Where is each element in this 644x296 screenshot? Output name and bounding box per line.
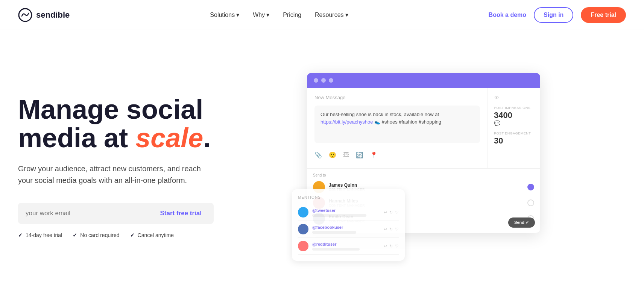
- nav-resources[interactable]: Resources ▾: [315, 11, 348, 18]
- compose-title: New Message: [314, 95, 480, 100]
- send-to-label: Send to: [313, 173, 534, 177]
- retweet-icon[interactable]: ↻: [389, 210, 393, 215]
- nav-pricing[interactable]: Pricing: [283, 12, 301, 18]
- window-dot-3: [329, 78, 333, 83]
- window-dot-2: [321, 78, 326, 83]
- hero-title: Manage social media at scale.: [18, 95, 214, 152]
- retweet-icon[interactable]: ↻: [389, 227, 393, 232]
- mention-actions-3: ↩ ↻ ♡: [384, 244, 399, 249]
- hero-section: Manage social media at scale. Grow your …: [0, 30, 644, 296]
- mention-avatar-3: [298, 241, 308, 251]
- nav-why[interactable]: Why ▾: [253, 11, 269, 18]
- emoji-icon[interactable]: 🙂: [329, 151, 336, 159]
- compose-main: New Message Our best-selling shoe is bac…: [307, 88, 488, 168]
- nav-actions: Book a demo Sign in Free trial: [489, 7, 626, 23]
- reply-icon[interactable]: ↩: [384, 210, 387, 215]
- sign-in-button[interactable]: Sign in: [534, 7, 573, 23]
- compose-body: New Message Our best-selling shoe is bac…: [307, 88, 540, 168]
- heart-icon[interactable]: ♡: [395, 210, 399, 215]
- reply-icon[interactable]: ↩: [384, 227, 387, 232]
- hero-left: Manage social media at scale. Grow your …: [18, 95, 214, 238]
- badge-cancel: ✓ Cancel anytime: [130, 232, 174, 238]
- mention-content-2: @facebookuser: [312, 225, 380, 234]
- badge-trial: ✓ 14-day free trial: [18, 232, 62, 238]
- email-input[interactable]: [18, 203, 148, 224]
- schedule-icon[interactable]: 🔄: [356, 151, 363, 159]
- hero-subtitle: Grow your audience, attract new customer…: [18, 163, 214, 186]
- image-icon[interactable]: 🖼: [343, 151, 349, 159]
- free-trial-button[interactable]: Free trial: [581, 7, 626, 23]
- impressions-label: POST IMPRESSIONS: [494, 106, 534, 110]
- email-form: Start free trial: [18, 203, 214, 224]
- badge-no-card: ✓ No card required: [73, 232, 119, 238]
- compose-toolbar: 📎 🙂 🖼 🔄 📍: [314, 148, 480, 162]
- heart-icon[interactable]: ♡: [395, 244, 399, 249]
- mention-row-3: @reddituser ↩ ↻ ♡: [298, 238, 399, 255]
- engagement-icon: 💬: [494, 120, 534, 126]
- compose-text-area[interactable]: Our best-selling shoe is back in stock, …: [314, 106, 480, 143]
- send-button[interactable]: Send ✓: [508, 217, 535, 228]
- mention-content-3: @reddituser: [312, 242, 380, 251]
- mention-row-1: @tweetuser ↩ ↻ ♡: [298, 204, 399, 221]
- eye-icon: 👁: [494, 95, 534, 101]
- mention-actions-2: ↩ ↻ ♡: [384, 227, 399, 232]
- retweet-icon[interactable]: ↻: [389, 244, 393, 249]
- mention-bar-2: [312, 231, 356, 234]
- chevron-down-icon: ▾: [266, 11, 269, 18]
- nav-solutions[interactable]: Solutions ▾: [210, 11, 239, 18]
- logo-text: sendible: [36, 10, 70, 20]
- book-demo-link[interactable]: Book a demo: [489, 12, 526, 18]
- mention-avatar-2: [298, 224, 308, 234]
- mention-content-1: @tweetuser: [312, 208, 380, 217]
- mention-avatar-1: [298, 207, 308, 217]
- mentions-title: MENTIONS: [298, 195, 399, 199]
- mockup-container: New Message Our best-selling shoe is bac…: [292, 73, 548, 261]
- engagement-value: 30: [494, 136, 534, 146]
- contact-radio-1[interactable]: [527, 184, 534, 190]
- hero-badges: ✓ 14-day free trial ✓ No card required ✓…: [18, 232, 214, 238]
- attach-icon[interactable]: 📎: [314, 151, 322, 159]
- compose-header: [307, 73, 540, 88]
- mention-bar-3: [312, 248, 360, 251]
- logo-icon: [18, 8, 32, 22]
- chevron-down-icon: ▾: [236, 11, 239, 18]
- compose-post-text: Our best-selling shoe is back in stock, …: [320, 111, 474, 126]
- start-trial-button[interactable]: Start free trial: [148, 203, 214, 224]
- heart-icon[interactable]: ♡: [395, 227, 399, 232]
- mentions-window: MENTIONS @tweetuser ↩ ↻ ♡: [292, 189, 405, 261]
- engagement-label: POST ENGAGEMENT: [494, 131, 534, 135]
- logo-link[interactable]: sendible: [18, 8, 70, 22]
- hero-right: New Message Our best-selling shoe is bac…: [214, 73, 626, 261]
- check-icon: ✓: [18, 232, 23, 238]
- chevron-down-icon: ▾: [345, 11, 348, 18]
- nav-links: Solutions ▾ Why ▾ Pricing Resources ▾: [210, 11, 348, 18]
- contact-radio-2[interactable]: [527, 199, 534, 206]
- check-icon: ✓: [130, 232, 135, 238]
- location-icon[interactable]: 📍: [370, 151, 378, 159]
- mention-row-2: @facebookuser ↩ ↻ ♡: [298, 221, 399, 238]
- mention-actions-1: ↩ ↻ ♡: [384, 210, 399, 215]
- reply-icon[interactable]: ↩: [384, 244, 387, 249]
- navbar: sendible Solutions ▾ Why ▾ Pricing Resou…: [0, 0, 644, 30]
- compose-sidebar: 👁 POST IMPRESSIONS 3400 💬 POST ENGAGEMEN…: [488, 88, 540, 168]
- check-icon: ✓: [73, 232, 77, 238]
- window-dot-1: [314, 78, 318, 83]
- impressions-value: 3400: [494, 110, 534, 120]
- mention-bar-1: [312, 214, 366, 217]
